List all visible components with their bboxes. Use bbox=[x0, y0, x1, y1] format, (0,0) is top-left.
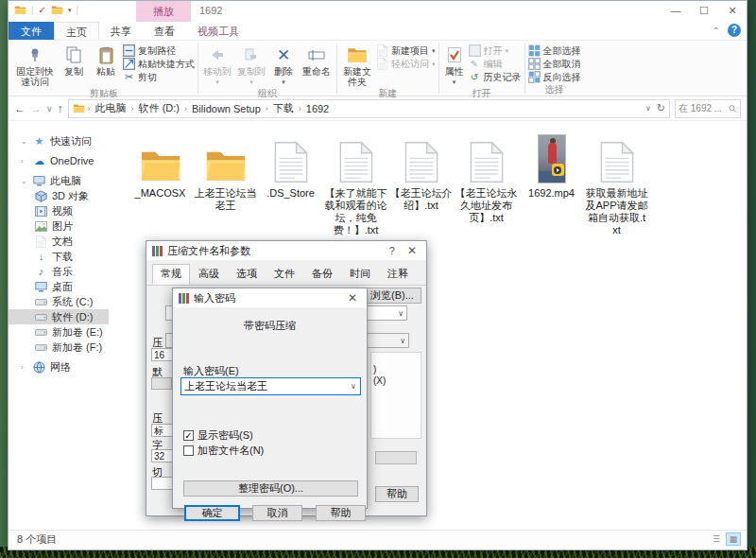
collapse-ribbon-icon[interactable]: ⌃ bbox=[713, 26, 720, 36]
crumb-this-pc[interactable]: 此电脑 bbox=[94, 101, 129, 115]
open-button[interactable]: 打开▾ bbox=[469, 44, 522, 57]
password-input[interactable] bbox=[181, 381, 347, 392]
checkbox-checked-icon[interactable]: ✓ bbox=[183, 430, 194, 441]
recent-locations-icon[interactable]: ∨ bbox=[46, 104, 53, 113]
chevron-down-icon[interactable]: ∨ bbox=[347, 382, 360, 391]
cancel-button[interactable]: 取消 bbox=[252, 505, 302, 521]
dialog-help-icon[interactable]: ? bbox=[386, 245, 399, 256]
file-item[interactable]: 获取最新地址及APP请发邮箱自动获取.txt bbox=[584, 132, 649, 236]
details-view-icon[interactable]: ☰ bbox=[709, 532, 724, 546]
tab-video-tools[interactable]: 视频工具 bbox=[186, 22, 250, 40]
forward-icon[interactable]: → bbox=[30, 102, 42, 115]
tab-backup[interactable]: 备份 bbox=[303, 264, 341, 285]
new-folder-button[interactable]: 新建文件夹 bbox=[340, 43, 374, 87]
file-menu[interactable]: 文件 bbox=[9, 22, 54, 40]
up-icon[interactable]: ↑ bbox=[58, 102, 63, 115]
file-item[interactable]: .DS_Store bbox=[258, 132, 323, 236]
file-item[interactable]: 【老王论坛介绍】.txt bbox=[388, 132, 454, 236]
clipped-archive-name-field[interactable]: 16 bbox=[151, 348, 173, 361]
file-item[interactable]: 【老王论坛永久地址发布页】.txt bbox=[454, 132, 519, 236]
expander-icon[interactable]: › bbox=[21, 157, 28, 166]
dialog-close-icon[interactable]: ✕ bbox=[344, 291, 361, 305]
expander-icon[interactable]: ⌄ bbox=[21, 177, 28, 185]
history-button[interactable]: ↺ 历史记录 bbox=[469, 71, 522, 83]
sidebar-item-network[interactable]: › 网络 bbox=[9, 359, 109, 375]
invert-selection-button[interactable]: 反向选择 bbox=[528, 71, 581, 83]
tab-home[interactable]: 主页 bbox=[54, 22, 99, 40]
crumb-download[interactable]: 下载 bbox=[271, 101, 296, 115]
crumb-1692[interactable]: 1692 bbox=[304, 103, 331, 114]
sidebar-item-downloads[interactable]: ↓ 下载 bbox=[9, 249, 109, 264]
maximize-button[interactable]: ☐ bbox=[690, 1, 718, 22]
paste-button[interactable]: 粘贴 bbox=[91, 43, 121, 77]
sidebar-item-onedrive[interactable]: › ☁ OneDrive bbox=[9, 153, 109, 168]
help-icon[interactable]: ? bbox=[728, 24, 741, 37]
refresh-icon[interactable]: ↻ bbox=[657, 102, 665, 114]
clipped-button[interactable] bbox=[151, 377, 172, 390]
tab-advanced[interactable]: 高级 bbox=[190, 264, 228, 285]
search-input[interactable] bbox=[679, 103, 729, 113]
password-combo[interactable]: ∨ bbox=[180, 377, 361, 395]
clipped-volume-field[interactable] bbox=[151, 477, 173, 490]
file-item[interactable]: 1692.mp4 bbox=[519, 132, 584, 236]
crumb-bilidown[interactable]: Bilidown Setup bbox=[190, 103, 263, 114]
delete-button[interactable]: ✕ 删除▾ bbox=[269, 43, 298, 87]
file-item[interactable]: 【来了就能下载和观看的论坛，纯免费！】.txt bbox=[323, 132, 388, 236]
file-item[interactable]: _MACOSX bbox=[128, 132, 193, 236]
sidebar-item-pictures[interactable]: 图片 bbox=[9, 218, 109, 234]
select-none-button[interactable]: 全部取消 bbox=[528, 58, 581, 70]
expander-icon[interactable]: › bbox=[21, 363, 28, 372]
minimize-button[interactable]: — bbox=[662, 1, 690, 22]
organize-passwords-button[interactable]: 整理密码(O)... bbox=[183, 480, 358, 497]
archive-dialog-titlebar[interactable]: 压缩文件名和参数 ? ✕ bbox=[146, 241, 426, 260]
chevron-down-icon[interactable]: ∨ bbox=[400, 337, 405, 345]
paste-shortcut-button[interactable]: 粘贴快捷方式 bbox=[123, 58, 195, 70]
sidebar-item-documents[interactable]: 文档 bbox=[9, 234, 109, 249]
new-folder-qat-icon[interactable] bbox=[51, 4, 63, 16]
new-item-button[interactable]: 新建项目▾ bbox=[376, 44, 436, 57]
sidebar-item-drive-c[interactable]: 系统 (C:) bbox=[9, 294, 109, 309]
sidebar-item-drive-f[interactable]: 新加卷 (F:) bbox=[9, 340, 109, 355]
breadcrumb[interactable]: ›此电脑 ›软件 (D:) ›Bilidown Setup ›下载 ›1692 … bbox=[68, 99, 670, 118]
tab-general[interactable]: 常规 bbox=[152, 264, 190, 285]
sidebar-item-desktop[interactable]: 桌面 bbox=[9, 279, 109, 294]
close-button[interactable]: ✕ bbox=[718, 1, 747, 22]
move-to-button[interactable]: 移动到▾ bbox=[201, 43, 233, 87]
sidebar-item-this-pc[interactable]: ⌄ 此电脑 bbox=[9, 173, 109, 188]
file-item[interactable]: 上老王论坛当老王 bbox=[193, 132, 258, 236]
search-box[interactable] bbox=[675, 99, 741, 118]
pin-to-quick-access-button[interactable]: 固定到快速访问 bbox=[13, 43, 57, 87]
qat-dropdown-icon[interactable]: ▾ bbox=[68, 7, 72, 14]
tab-options[interactable]: 选项 bbox=[228, 264, 266, 285]
copy-path-button[interactable]: 复制路径 bbox=[123, 44, 195, 57]
select-all-button[interactable]: 全部选择 bbox=[528, 44, 581, 57]
properties-button[interactable]: 属性▾ bbox=[442, 43, 467, 87]
copy-to-button[interactable]: 复制到▾ bbox=[235, 43, 267, 87]
encrypt-filenames-checkbox[interactable]: 加密文件名(N) bbox=[183, 444, 264, 458]
tab-time[interactable]: 时间 bbox=[341, 264, 379, 285]
sidebar-item-drive-e[interactable]: 新加卷 (E:) bbox=[9, 324, 109, 340]
archive-help-button[interactable]: 帮助 bbox=[375, 486, 419, 502]
password-help-button[interactable]: 帮助 bbox=[316, 505, 366, 521]
expander-icon[interactable]: ⌄ bbox=[21, 137, 28, 146]
edit-button[interactable]: ✎ 编辑 bbox=[469, 58, 522, 70]
rename-button[interactable]: 重命名 bbox=[300, 43, 334, 77]
tab-files[interactable]: 文件 bbox=[266, 264, 303, 285]
sidebar-item-3d-objects[interactable]: 3D 对象 bbox=[9, 188, 109, 203]
password-dialog-titlebar[interactable]: 输入密码 ✕ bbox=[173, 288, 367, 307]
tab-share[interactable]: 共享 bbox=[99, 22, 143, 40]
sidebar-item-drive-d[interactable]: 软件 (D:) bbox=[9, 309, 109, 324]
back-icon[interactable]: ← bbox=[14, 102, 26, 115]
properties-qat-icon[interactable]: ✓ bbox=[39, 4, 46, 16]
browse-button[interactable]: 浏览(B)... bbox=[363, 288, 421, 304]
easy-access-button[interactable]: 轻松访问▾ bbox=[376, 58, 436, 70]
show-password-checkbox[interactable]: ✓ 显示密码(S) bbox=[183, 428, 253, 443]
dialog-close-icon[interactable]: ✕ bbox=[404, 244, 421, 257]
tab-comment[interactable]: 注释 bbox=[379, 264, 417, 285]
sidebar-item-music[interactable]: ♪ 音乐 bbox=[9, 264, 109, 279]
ok-button[interactable]: 确定 bbox=[184, 505, 240, 521]
thumbnail-view-icon[interactable]: ▦ bbox=[726, 532, 741, 546]
crumb-drive-d[interactable]: 软件 (D:) bbox=[137, 101, 181, 115]
chevron-down-icon[interactable]: ∨ bbox=[398, 309, 404, 318]
checkbox-unchecked-icon[interactable] bbox=[183, 445, 194, 456]
